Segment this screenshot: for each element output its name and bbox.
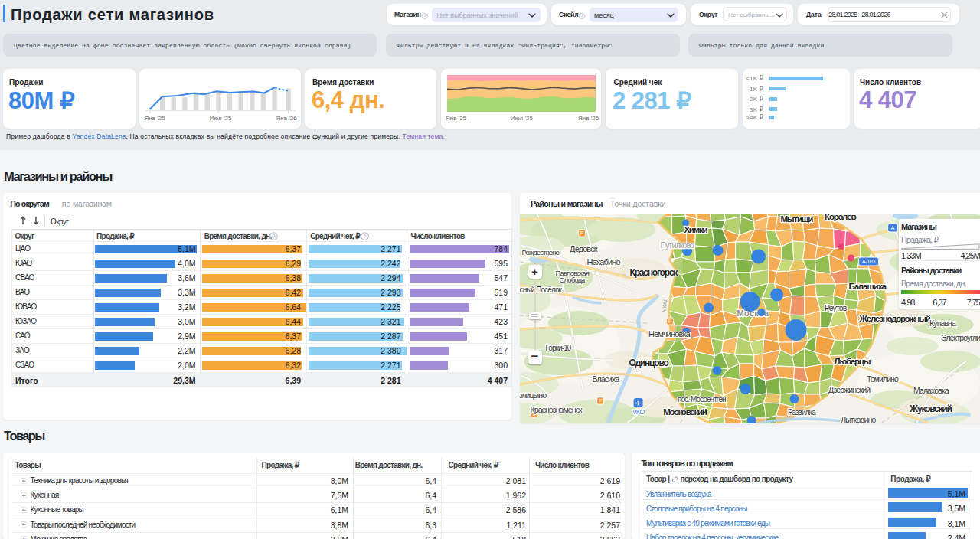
svg-text:?: ? [424, 13, 426, 18]
svg-text:олицыно: олицыно [520, 390, 547, 400]
svg-text:Люберцы: Люберцы [835, 357, 871, 366]
svg-text:А-103: А-103 [862, 259, 876, 264]
svg-text:Власиха: Власиха [593, 374, 620, 384]
svg-text:Балашиха: Балашиха [849, 282, 887, 291]
svg-text:Дедовск: Дедовск [570, 244, 598, 253]
svg-text:Жуковский: Жуковский [910, 403, 952, 414]
svg-text:VKO: VKO [632, 408, 645, 416]
svg-text:Дзержинский: Дзержинский [828, 385, 871, 394]
svg-text:Купавна: Купавна [929, 318, 956, 328]
svg-text:?: ? [364, 234, 367, 239]
svg-text:Немчиновка: Немчиновка [648, 329, 691, 338]
svg-text:Р: Р [599, 398, 602, 403]
svg-text:Одинцово: Одинцово [629, 358, 669, 368]
svg-text:Развилка: Развилка [788, 408, 816, 416]
svg-text:А: А [891, 225, 895, 230]
svg-text:Малаховка: Малаховка [913, 386, 949, 395]
svg-text:Р: Р [580, 230, 583, 236]
svg-text:Краснознаменск: Краснознаменск [531, 405, 583, 414]
svg-text:Томилино: Томилино [867, 374, 899, 384]
svg-text:Электроугли: Электроугли [941, 333, 980, 342]
svg-text:Королёв: Королёв [825, 214, 856, 221]
svg-text:Мытищи: Мытищи [781, 214, 814, 224]
svg-text:Рождествено: Рождествено [522, 248, 560, 256]
svg-text:?: ? [581, 13, 583, 18]
svg-text:Железнодорожный: Железнодорожный [859, 314, 931, 323]
svg-text:сный Посёлок: сный Посёлок [520, 286, 563, 294]
svg-text:Горки-10: Горки-10 [546, 344, 572, 352]
svg-text:Р: Р [668, 318, 671, 324]
svg-text:Красногорск: Красногорск [630, 267, 679, 278]
svg-text:пос. Мосрентген: пос. Мосрентген [678, 395, 726, 403]
svg-text:?: ? [273, 234, 276, 239]
svg-text:Слобода: Слобода [560, 276, 586, 284]
svg-text:Химки: Химки [684, 225, 708, 234]
svg-text:Реутов: Реутов [825, 303, 848, 312]
svg-text:Путилково: Путилково [661, 240, 694, 250]
svg-text:Нахабино: Нахабино [587, 257, 621, 266]
svg-text:Московский: Московский [664, 407, 708, 416]
svg-text:Лыткарино: Лыткарино [841, 415, 877, 423]
svg-text:✈: ✈ [635, 400, 642, 407]
